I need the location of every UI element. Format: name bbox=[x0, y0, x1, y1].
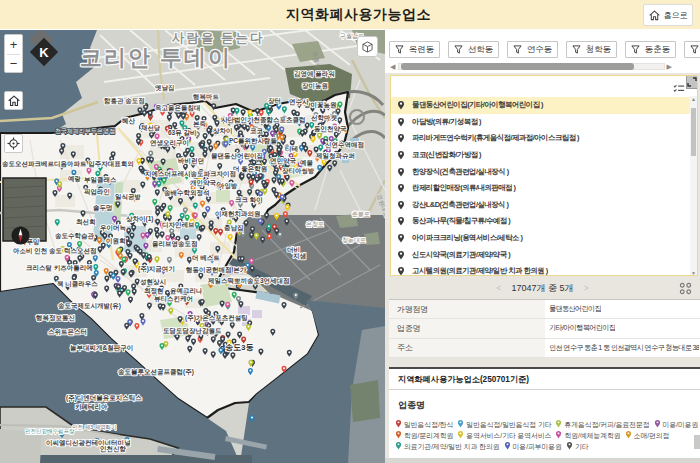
svg-text:천국제페리부두온영점: 천국제페리부두온영점 bbox=[55, 128, 115, 135]
svg-text:(주)디엔더블유로지스틱스: (주)디엔더블유로지스틱스 bbox=[66, 394, 142, 402]
svg-text:바비런던: 바비런던 bbox=[178, 157, 204, 165]
svg-text:최선희: 최선희 bbox=[76, 218, 96, 226]
svg-text:(주)가온스포츠컨설팅: (주)가온스포츠컨설팅 bbox=[185, 314, 248, 322]
svg-text:연민약국: 연민약국 bbox=[270, 157, 297, 165]
svg-text:인천 제3 제역화기: 인천 제3 제역화기 bbox=[72, 424, 117, 430]
svg-text:연수사: 연수사 bbox=[289, 98, 309, 106]
svg-text:놀부대찌개&철판구이: 놀부대찌개&철판구이 bbox=[70, 344, 133, 352]
svg-text:일식공방: 일식공방 bbox=[115, 193, 142, 201]
svg-text:송도오션파크베르디움아파트 입주자대표회의: 송도오션파크베르디움아파트 입주자대표회의 bbox=[2, 160, 134, 168]
svg-text:행복정보통신: 행복정보통신 bbox=[36, 314, 75, 322]
svg-text:옥고올은돌침대: 옥고올은돌침대 bbox=[155, 104, 201, 112]
svg-text:코리안 투데이: 코리안 투데이 bbox=[80, 45, 232, 70]
svg-text:장미꽃농원: 장미꽃농원 bbox=[304, 101, 337, 109]
svg-text:N: N bbox=[19, 226, 22, 229]
svg-text:춘봉로: 춘봉로 bbox=[352, 211, 370, 217]
svg-text:윤예그리나: 윤예그리나 bbox=[170, 287, 203, 295]
svg-text:온청로: 온청로 bbox=[306, 221, 324, 228]
svg-text:예랑: 예랑 bbox=[68, 175, 82, 183]
svg-text:예물: 예물 bbox=[300, 159, 314, 167]
svg-text:코코: 코코 bbox=[250, 127, 264, 134]
svg-text:본죽: 본죽 bbox=[193, 120, 207, 128]
svg-text:충남집: 충남집 bbox=[224, 224, 244, 232]
svg-text:이원희: 이원희 bbox=[106, 237, 126, 245]
svg-text:송도수학습관: 송도수학습관 bbox=[55, 232, 95, 240]
svg-text:(주)지금여기: (주)지금여기 bbox=[138, 265, 175, 273]
svg-text:물댄동산어린이집: 물댄동산어린이집 bbox=[211, 152, 263, 160]
svg-text:우이머녹: 우이머녹 bbox=[100, 224, 127, 232]
svg-text:혜산: 혜산 bbox=[121, 117, 136, 125]
svg-text:도담도담장난감월드: 도담도담장난감월드 bbox=[163, 327, 222, 335]
svg-text:상차이(1): 상차이(1) bbox=[126, 215, 153, 223]
svg-text:솔두멍: 솔두멍 bbox=[93, 204, 113, 212]
svg-text:동인천약국: 동인천약국 bbox=[314, 125, 347, 133]
svg-text:제일스떡뽀끼송도3언세대점: 제일스떡뽀끼송도3언세대점 bbox=[207, 277, 290, 285]
svg-text:송도국제도시개발(유): 송도국제도시개발(유) bbox=[58, 302, 121, 310]
svg-text:인천신항배수펌프장: 인천신항배수펌프장 bbox=[25, 428, 75, 435]
svg-text:송배수학외정석: 송배수학외정석 bbox=[164, 189, 210, 197]
svg-text:사단법인가천종합스포츠클럽: 사단법인가천종합스포츠클럽 bbox=[221, 116, 306, 124]
svg-text:스위트몬스터: 스위트몬스터 bbox=[48, 328, 87, 336]
svg-text:지에스더프레시송도파크자이점: 지에스더프레시송도파크자이점 bbox=[145, 170, 236, 178]
svg-text:픽업라인: 픽업라인 bbox=[84, 188, 110, 196]
svg-text:장티아씽방: 장티아씽방 bbox=[282, 167, 315, 175]
svg-text:인천신항: 인천신항 bbox=[100, 445, 127, 453]
svg-text:송도블루오션골프클럽(주): 송도블루오션골프클럽(주) bbox=[118, 368, 194, 376]
svg-text:크리스탈 키즈아틀리에: 크리스탈 키즈아틀리에 bbox=[26, 264, 93, 272]
svg-text:이재헌치과의원: 이재헌치과의원 bbox=[215, 210, 261, 218]
svg-text:최정현: 최정현 bbox=[144, 287, 164, 295]
svg-text:디자인레브: 디자인레브 bbox=[162, 221, 195, 229]
svg-text:신연수역매점: 신연수역매점 bbox=[325, 141, 364, 149]
svg-text:함흥관 송도점: 함흥관 송도점 bbox=[104, 97, 145, 105]
svg-text:개인약국: 개인약국 bbox=[190, 179, 217, 187]
svg-text:63뮤 갈비: 63뮤 갈비 bbox=[168, 129, 197, 137]
svg-text:청능대로: 청능대로 bbox=[342, 237, 366, 244]
svg-text:장터: 장터 bbox=[268, 97, 281, 105]
svg-text:김영애 플라워: 김영애 플라워 bbox=[294, 70, 335, 78]
svg-text:채선당: 채선당 bbox=[140, 124, 161, 132]
svg-text:제일청과슈퍼: 제일청과슈퍼 bbox=[315, 152, 355, 160]
svg-text:뷰티스킨케어: 뷰티스킨케어 bbox=[154, 295, 193, 303]
svg-text:행복마트: 행복마트 bbox=[193, 93, 220, 101]
svg-text:성현상시: 성현상시 bbox=[140, 278, 166, 286]
svg-text:상차이: 상차이 bbox=[213, 127, 233, 135]
svg-text:올리브영송도점: 올리브영송도점 bbox=[152, 240, 198, 248]
svg-text:PC를위한사람들: PC를위한사람들 bbox=[229, 137, 278, 145]
svg-text:선학마켓: 선학마켓 bbox=[311, 114, 338, 122]
svg-text:카페테리아: 카페테리아 bbox=[75, 403, 108, 411]
svg-text:장미농원: 장미농원 bbox=[302, 82, 328, 90]
svg-text:더 좋은학원: 더 좋은학원 bbox=[233, 165, 267, 173]
svg-text:더 베스트: 더 베스트 bbox=[192, 254, 220, 262]
svg-text:사람을 듣는다: 사람을 듣는다 bbox=[171, 31, 264, 45]
svg-text:옛날집: 옛날집 bbox=[155, 84, 175, 92]
svg-text:크크 화이: 크크 화이 bbox=[235, 196, 263, 204]
svg-text:티테: 티테 bbox=[285, 145, 298, 153]
svg-text:연생오리구이: 연생오리구이 bbox=[150, 139, 189, 147]
svg-text:행동이공헌매점 본가: 행동이공헌매점 본가 bbox=[186, 266, 247, 274]
svg-text:잭 니클라우스: 잭 니클라우스 bbox=[56, 280, 98, 288]
svg-text:K: K bbox=[39, 45, 49, 60]
svg-text:지샘: 지샘 bbox=[293, 252, 306, 260]
svg-text:송도3동: 송도3동 bbox=[225, 343, 253, 352]
svg-text:부일클래스: 부일클래스 bbox=[84, 176, 117, 184]
svg-text:아잉방: 아잉방 bbox=[218, 182, 238, 190]
